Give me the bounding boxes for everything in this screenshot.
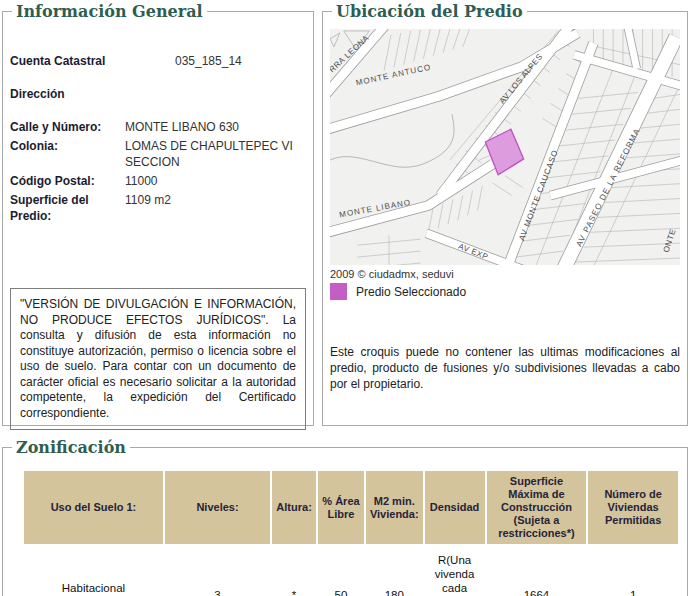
selected-parcel-swatch-icon (330, 283, 347, 300)
cuenta-catastral-value: 035_185_14 (175, 53, 306, 69)
top-columns: Información General Cuenta Catastral 035… (2, 2, 688, 426)
cell-area-libre: 50 (318, 546, 364, 596)
field-cuenta-catastral: Cuenta Catastral 035_185_14 (10, 53, 306, 69)
header-numero-viviendas: Número de Viviendas Permitidas (588, 471, 678, 544)
section-ubicacion-del-predio: Ubicación del Predio (322, 2, 688, 426)
field-calle-numero: Calle y Número: MONTE LIBANO 630 (10, 119, 306, 135)
zoning-data-row: Habitacional Ver Tabla de Uso 3 -*- 50 1… (24, 546, 678, 596)
cuenta-catastral-label: Cuenta Catastral (10, 53, 175, 69)
calle-numero-value: MONTE LIBANO 630 (125, 119, 306, 135)
cell-numero-viviendas: 1 (588, 546, 678, 596)
field-colonia: Colonia: LOMAS DE CHAPULTEPEC VI SECCION (10, 138, 306, 170)
uso-value: Habitacional (27, 581, 160, 595)
cell-superficie-maxima: 1664 (487, 546, 587, 596)
section-title-informacion-general: Información General (12, 2, 207, 21)
cell-densidad: R(Una vivenda cada 1,000 m2 de terreno) (425, 546, 485, 596)
cell-altura: -*- (272, 546, 316, 596)
section-title-zonificacion: Zonificación (12, 438, 130, 457)
colonia-value: LOMAS DE CHAPULTEPEC VI SECCION (125, 138, 306, 170)
header-densidad: Densidad (425, 471, 485, 544)
map-legend-label: Predio Seleccionado (356, 285, 466, 299)
header-niveles: Niveles: (165, 471, 270, 544)
cell-niveles: 3 (165, 546, 270, 596)
legal-disclaimer-box: "VERSIÓN DE DIVULGACIÓN E INFORMACIÓN, N… (10, 288, 306, 430)
header-area-libre: % Área Libre (318, 471, 364, 544)
field-superficie-predio: Superficie del Predio: 1109 m2 (10, 192, 306, 224)
colonia-label: Colonia: (10, 138, 125, 170)
map-note: Este croquis puede no contener las ultim… (330, 344, 680, 392)
section-informacion-general: Información General Cuenta Catastral 035… (2, 2, 314, 426)
superficie-predio-label: Superficie del Predio: (10, 192, 125, 224)
map-legend: Predio Seleccionado (330, 283, 680, 300)
cell-uso-del-suelo: Habitacional Ver Tabla de Uso (24, 546, 163, 596)
header-m2-min-vivienda: M2 min. Vivienda: (366, 471, 423, 544)
field-codigo-postal: Código Postal: 11000 (10, 173, 306, 189)
section-zonificacion: Zonificación Uso del Suelo 1: Niveles: A… (2, 438, 688, 596)
map-container: RRA LEONA MONTE ANTUCO AV LOS ALPES AV M… (330, 29, 680, 265)
section-title-ubicacion-del-predio: Ubicación del Predio (332, 2, 527, 21)
codigo-postal-label: Código Postal: (10, 173, 125, 189)
header-altura: Altura: (272, 471, 316, 544)
cell-m2-min-vivienda: 180 (366, 546, 423, 596)
location-map: RRA LEONA MONTE ANTUCO AV LOS ALPES AV M… (330, 29, 680, 265)
header-superficie-maxima: Superficie Máxima de Construcción (Sujet… (487, 471, 587, 544)
map-attribution: 2009 © ciudadmx, seduvi (330, 268, 680, 280)
zoning-header-row: Uso del Suelo 1: Niveles: Altura: % Área… (24, 471, 678, 544)
zoning-table: Uso del Suelo 1: Niveles: Altura: % Área… (22, 469, 680, 596)
field-direccion: Dirección (10, 86, 306, 102)
direccion-label: Dirección (10, 86, 210, 102)
codigo-postal-value: 11000 (125, 173, 306, 189)
calle-numero-label: Calle y Número: (10, 119, 125, 135)
superficie-predio-value: 1109 m2 (125, 192, 306, 224)
header-uso-del-suelo: Uso del Suelo 1: (24, 471, 163, 544)
